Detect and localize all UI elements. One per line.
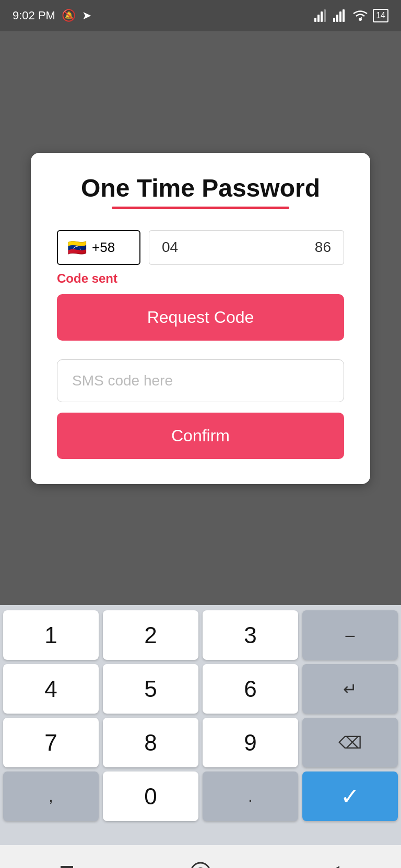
signal-icon — [314, 9, 329, 22]
svg-point-8 — [359, 18, 362, 21]
signal2-icon — [333, 9, 348, 22]
key-1[interactable]: 1 — [3, 610, 99, 660]
request-code-button[interactable]: Request Code — [57, 294, 344, 341]
key-9[interactable]: 9 — [203, 718, 298, 767]
flag-icon: 🇻🇪 — [67, 238, 87, 257]
svg-rect-9 — [61, 866, 73, 868]
sms-code-input[interactable] — [57, 359, 344, 402]
title-underline — [112, 207, 289, 209]
country-selector[interactable]: 🇻🇪 +58 — [57, 230, 140, 265]
svg-rect-0 — [314, 18, 316, 22]
time-display: 9:02 PM — [13, 9, 55, 22]
wifi-icon — [352, 9, 369, 22]
key-special[interactable]: ✓ — [302, 771, 398, 821]
status-left: 9:02 PM 🔕 ➤ — [13, 9, 91, 22]
keyboard-grid: 123–456↵789⌫,0.✓ — [3, 610, 398, 821]
key-2[interactable]: 2 — [103, 610, 198, 660]
phone-row: 🇻🇪 +58 04 86 — [57, 230, 344, 265]
key-special[interactable]: , — [3, 771, 99, 821]
nav-stop-icon[interactable] — [54, 860, 79, 868]
svg-rect-2 — [321, 11, 323, 22]
key-7[interactable]: 7 — [3, 718, 99, 767]
key-special[interactable]: ↵ — [302, 664, 398, 714]
battery-icon: 14 — [373, 9, 388, 22]
otp-card: One Time Password 🇻🇪 +58 04 86 Code sent… — [31, 153, 370, 484]
status-icons: 14 — [314, 9, 388, 22]
key-5[interactable]: 5 — [103, 664, 198, 714]
key-special[interactable]: ⌫ — [302, 718, 398, 767]
status-bar: 9:02 PM 🔕 ➤ 14 — [0, 0, 401, 31]
key-special[interactable]: – — [302, 610, 398, 660]
phone-part1: 04 — [162, 239, 178, 256]
key-0[interactable]: 0 — [103, 771, 198, 821]
keyboard-area: 123–456↵789⌫,0.✓ — [0, 605, 401, 845]
nav-bar — [0, 845, 401, 868]
nav-back-icon[interactable] — [322, 860, 347, 868]
key-6[interactable]: 6 — [203, 664, 298, 714]
phone-part2: 86 — [315, 239, 331, 256]
svg-rect-6 — [339, 11, 341, 22]
confirm-button[interactable]: Confirm — [57, 413, 344, 459]
svg-rect-5 — [336, 15, 338, 22]
nav-home-icon[interactable] — [188, 860, 213, 868]
svg-rect-1 — [317, 15, 320, 22]
svg-point-10 — [191, 863, 210, 868]
main-area: One Time Password 🇻🇪 +58 04 86 Code sent… — [0, 31, 401, 605]
svg-rect-3 — [324, 9, 326, 22]
code-sent-label: Code sent — [57, 271, 344, 286]
card-title: One Time Password — [57, 174, 344, 202]
svg-rect-7 — [343, 9, 345, 22]
key-8[interactable]: 8 — [103, 718, 198, 767]
country-code: +58 — [92, 239, 115, 256]
key-4[interactable]: 4 — [3, 664, 99, 714]
key-special[interactable]: . — [203, 771, 298, 821]
svg-marker-12 — [329, 866, 339, 868]
svg-rect-4 — [333, 18, 335, 22]
location-icon: ➤ — [82, 9, 91, 22]
phone-number-field[interactable]: 04 86 — [149, 230, 344, 265]
mute-icon: 🔕 — [62, 9, 76, 22]
key-3[interactable]: 3 — [203, 610, 298, 660]
